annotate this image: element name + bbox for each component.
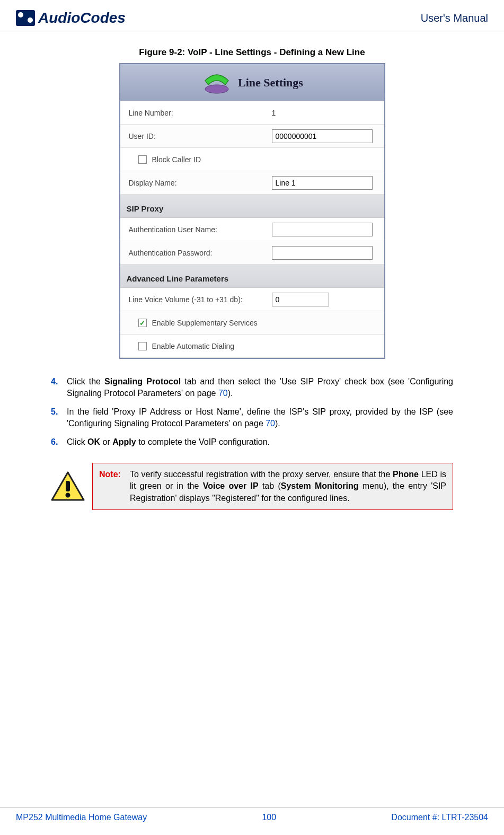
phone-icon bbox=[201, 71, 233, 94]
step-4-body: Click the Signaling Protocol tab and the… bbox=[67, 376, 453, 400]
step-5-body: In the field 'Proxy IP Address or Host N… bbox=[67, 406, 453, 430]
note-body: To verify successful registration with t… bbox=[130, 469, 446, 504]
line-number-value: 1 bbox=[272, 109, 276, 117]
supp-services-checkbox[interactable]: ✓ bbox=[138, 319, 147, 327]
manual-title: User's Manual bbox=[421, 12, 488, 24]
step-6-number: 6. bbox=[51, 436, 67, 448]
block-caller-id-checkbox[interactable] bbox=[138, 155, 147, 164]
row-voice-volume: Line Voice Volume (-31 to +31 db): bbox=[120, 288, 384, 311]
step-6-body: Click OK or Apply to complete the VoIP c… bbox=[67, 436, 453, 448]
voice-volume-label: Line Voice Volume (-31 to +31 db): bbox=[129, 295, 272, 304]
svg-rect-2 bbox=[66, 481, 70, 491]
auth-pass-input[interactable] bbox=[272, 246, 373, 260]
brand-name: AudioCodes bbox=[38, 10, 126, 27]
row-auth-pass: Authentication Password: bbox=[120, 241, 384, 265]
note-label: Note: bbox=[99, 469, 130, 504]
line-number-label: Line Number: bbox=[129, 109, 272, 117]
step-4-number: 4. bbox=[51, 376, 67, 400]
instruction-steps: 4. Click the Signaling Protocol tab and … bbox=[51, 376, 453, 448]
row-block-caller-id: Block Caller ID bbox=[120, 148, 384, 171]
section-advanced: Advanced Line Parameters bbox=[120, 265, 384, 288]
row-auto-dial: Enable Automatic Dialing bbox=[120, 335, 384, 358]
svg-point-0 bbox=[205, 85, 228, 93]
display-name-input[interactable] bbox=[272, 176, 373, 190]
figure-caption: Figure 9-2: VoIP - Line Settings - Defin… bbox=[51, 47, 453, 58]
auth-pass-label: Authentication Password: bbox=[129, 249, 272, 257]
settings-screenshot: Line Settings Line Number: 1 User ID: Bl… bbox=[119, 63, 385, 359]
logo-icon bbox=[16, 10, 35, 26]
settings-title-text: Line Settings bbox=[238, 76, 303, 90]
user-id-label: User ID: bbox=[129, 132, 272, 140]
step-6: 6. Click OK or Apply to complete the VoI… bbox=[51, 436, 453, 448]
step-5-number: 5. bbox=[51, 406, 67, 430]
step-4: 4. Click the Signaling Protocol tab and … bbox=[51, 376, 453, 400]
page-header: AudioCodes User's Manual bbox=[0, 0, 504, 31]
svg-point-3 bbox=[66, 493, 70, 497]
auth-user-label: Authentication User Name: bbox=[129, 225, 272, 234]
row-line-number: Line Number: 1 bbox=[120, 101, 384, 125]
supp-services-label: Enable Supplementary Services bbox=[152, 319, 258, 327]
row-user-id: User ID: bbox=[120, 125, 384, 148]
footer-left: MP252 Multimedia Home Gateway bbox=[16, 813, 147, 822]
step-5: 5. In the field 'Proxy IP Address or Hos… bbox=[51, 406, 453, 430]
row-auth-user: Authentication User Name: bbox=[120, 218, 384, 241]
section-sip-proxy: SIP Proxy bbox=[120, 195, 384, 218]
auto-dial-label: Enable Automatic Dialing bbox=[152, 342, 235, 350]
check-icon: ✓ bbox=[139, 319, 146, 327]
footer-page-number: 100 bbox=[262, 813, 276, 822]
warning-icon bbox=[51, 471, 85, 502]
display-name-label: Display Name: bbox=[129, 179, 272, 187]
brand-logo: AudioCodes bbox=[16, 10, 126, 27]
auth-user-input[interactable] bbox=[272, 223, 373, 236]
note-row: Note: To verify successful registration … bbox=[51, 463, 453, 510]
page-footer: MP252 Multimedia Home Gateway 100 Docume… bbox=[0, 807, 504, 835]
auto-dial-checkbox[interactable] bbox=[138, 342, 147, 350]
step-5-page-link[interactable]: 70 bbox=[266, 419, 275, 428]
note-box: Note: To verify successful registration … bbox=[92, 463, 453, 510]
footer-right: Document #: LTRT-23504 bbox=[391, 813, 488, 822]
step-4-page-link[interactable]: 70 bbox=[218, 389, 228, 398]
row-supp-services: ✓ Enable Supplementary Services bbox=[120, 311, 384, 335]
settings-title-bar: Line Settings bbox=[120, 64, 384, 101]
block-caller-id-label: Block Caller ID bbox=[152, 155, 201, 164]
voice-volume-input[interactable] bbox=[272, 293, 329, 306]
row-display-name: Display Name: bbox=[120, 171, 384, 195]
user-id-input[interactable] bbox=[272, 129, 373, 143]
